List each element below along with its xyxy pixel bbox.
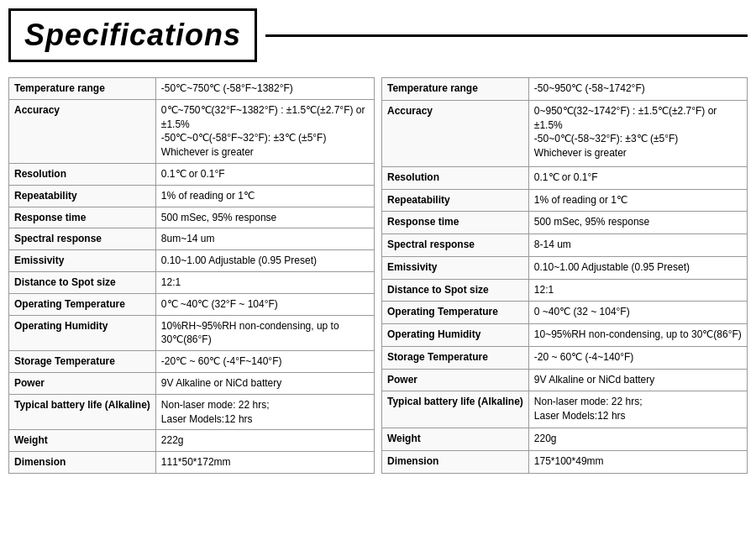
spec-value: 0~950℃(32~1742°F) : ±1.5℃(±2.7°F) or ±1.… [528, 100, 747, 166]
spec-value: 0.1℃ or 0.1°F [155, 163, 374, 185]
table-row: Storage Temperature-20 ~ 60℃ (-4~140°F) [382, 346, 748, 369]
spec-value: Non-laser mode: 22 hrs;Laser Models:12 h… [155, 394, 374, 430]
table-row: Storage Temperature-20℃ ~ 60℃ (-4°F~140°… [9, 351, 375, 373]
spec-value: 9V Alkaline or NiCd battery [155, 372, 374, 394]
spec-label: Distance to Spot size [9, 271, 156, 293]
table-row: Temperature range-50~950℃ (-58~1742°F) [382, 78, 748, 101]
spec-value: 500 mSec, 95% response [155, 207, 374, 228]
spec-label: Response time [9, 207, 156, 228]
spec-label: Temperature range [382, 78, 529, 101]
table-row: Accuracy0℃~750℃(32°F~1382°F) : ±1.5℃(±2.… [9, 99, 375, 163]
spec-value: 1% of reading or 1℃ [155, 185, 374, 207]
spec-label: Typical battery life (Alkaline) [9, 394, 156, 430]
spec-label: Response time [382, 212, 529, 234]
spec-value: 0℃ ~40℃ (32°F ~ 104°F) [155, 293, 374, 315]
spec-label: Dimension [382, 451, 529, 474]
table-row: Weight220g [382, 428, 748, 451]
table-row: Response time500 mSec, 95% response [9, 207, 375, 228]
spec-label: Power [382, 369, 529, 391]
spec-value: Non-laser mode: 22 hrs;Laser Models:12 h… [528, 391, 747, 428]
table-row: Repeatability1% of reading or 1℃ [382, 189, 748, 212]
spec-value: 220g [528, 428, 747, 451]
spec-value: 175*100*49mm [528, 451, 747, 474]
spec-label: Accuracy [9, 99, 156, 163]
table-row: Operating Humidity10%RH~95%RH non-conden… [9, 315, 375, 351]
table-row: Operating Temperature0 ~40℃ (32 ~ 104°F) [382, 302, 748, 324]
spec-value: 111*50*172mm [155, 452, 374, 474]
spec-value: 8-14 um [528, 234, 747, 257]
spec-value: 1% of reading or 1℃ [528, 189, 747, 212]
spec-value: 8um~14 um [155, 228, 374, 250]
table-row: Resolution0.1℃ or 0.1°F [9, 163, 375, 185]
table-row: Operating Temperature0℃ ~40℃ (32°F ~ 104… [9, 293, 375, 315]
table-row: Typical battery life (Alkaline)Non-laser… [382, 391, 748, 428]
spec-label: Typical battery life (Alkaline) [382, 391, 529, 428]
spec-label: Spectral response [382, 234, 529, 257]
spec-label: Weight [9, 430, 156, 452]
table-row: Response time500 mSec, 95% response [382, 212, 748, 234]
spec-table-right: Temperature range-50~950℃ (-58~1742°F)Ac… [381, 77, 748, 474]
tables-wrapper: Temperature range-50℃~750℃ (-58°F~1382°F… [8, 77, 748, 474]
spec-label: Temperature range [9, 78, 156, 100]
spec-value: 0.1℃ or 0.1°F [528, 166, 747, 189]
table-row: Weight222g [9, 430, 375, 452]
header-line [265, 34, 748, 37]
spec-label: Operating Temperature [382, 302, 529, 324]
spec-label: Operating Temperature [9, 293, 156, 315]
spec-value: 12:1 [528, 279, 747, 302]
spec-value: 0.10~1.00 Adjustable (0.95 Preset) [155, 250, 374, 272]
spec-label: Storage Temperature [9, 351, 156, 373]
title-box: Specifications [8, 8, 257, 62]
table-row: Spectral response8-14 um [382, 234, 748, 257]
header-section: Specifications [8, 8, 748, 62]
page-title: Specifications [24, 18, 241, 52]
spec-value: 9V Alkaline or NiCd battery [528, 369, 747, 391]
spec-label: Power [9, 372, 156, 394]
spec-value: -20 ~ 60℃ (-4~140°F) [528, 346, 747, 369]
table-row: Dimension111*50*172mm [9, 452, 375, 474]
table-row: Power9V Alkaline or NiCd battery [382, 369, 748, 391]
spec-value: 0℃~750℃(32°F~1382°F) : ±1.5℃(±2.7°F) or … [155, 99, 374, 163]
spec-value: -20℃ ~ 60℃ (-4°F~140°F) [155, 351, 374, 373]
spec-label: Storage Temperature [382, 346, 529, 369]
table-row: Emissivity0.10~1.00 Adjustable (0.95 Pre… [9, 250, 375, 272]
table-row: Resolution0.1℃ or 0.1°F [382, 166, 748, 189]
spec-value: 222g [155, 430, 374, 452]
spec-label: Spectral response [9, 228, 156, 250]
spec-label: Accuracy [382, 100, 529, 166]
spec-value: 12:1 [155, 271, 374, 293]
table-row: Repeatability1% of reading or 1℃ [9, 185, 375, 207]
table-row: Distance to Spot size12:1 [9, 271, 375, 293]
table-row: Emissivity0.10~1.00 Adjustable (0.95 Pre… [382, 256, 748, 279]
spec-value: 10~95%RH non-condensing, up to 30℃(86°F) [528, 324, 747, 347]
table-row: Typical battery life (Alkaline)Non-laser… [9, 394, 375, 430]
table-row: Spectral response8um~14 um [9, 228, 375, 250]
spec-value: 0.10~1.00 Adjustable (0.95 Preset) [528, 256, 747, 279]
spec-value: 500 mSec, 95% response [528, 212, 747, 234]
spec-label: Emissivity [9, 250, 156, 272]
spec-label: Weight [382, 428, 529, 451]
spec-label: Distance to Spot size [382, 279, 529, 302]
spec-label: Operating Humidity [9, 315, 156, 351]
table-row: Distance to Spot size12:1 [382, 279, 748, 302]
spec-value: 0 ~40℃ (32 ~ 104°F) [528, 302, 747, 324]
spec-label: Operating Humidity [382, 324, 529, 347]
spec-label: Resolution [9, 163, 156, 185]
spec-value: 10%RH~95%RH non-condensing, up to 30℃(86… [155, 315, 374, 351]
table-row: Operating Humidity10~95%RH non-condensin… [382, 324, 748, 347]
spec-label: Dimension [9, 452, 156, 474]
spec-value: -50~950℃ (-58~1742°F) [528, 78, 747, 101]
spec-label: Emissivity [382, 256, 529, 279]
spec-label: Repeatability [382, 189, 529, 212]
table-row: Power9V Alkaline or NiCd battery [9, 372, 375, 394]
spec-label: Resolution [382, 166, 529, 189]
table-row: Temperature range-50℃~750℃ (-58°F~1382°F… [9, 78, 375, 100]
table-row: Dimension175*100*49mm [382, 451, 748, 474]
spec-value: -50℃~750℃ (-58°F~1382°F) [155, 78, 374, 100]
spec-table-left: Temperature range-50℃~750℃ (-58°F~1382°F… [8, 77, 375, 474]
spec-label: Repeatability [9, 185, 156, 207]
table-row: Accuracy0~950℃(32~1742°F) : ±1.5℃(±2.7°F… [382, 100, 748, 166]
